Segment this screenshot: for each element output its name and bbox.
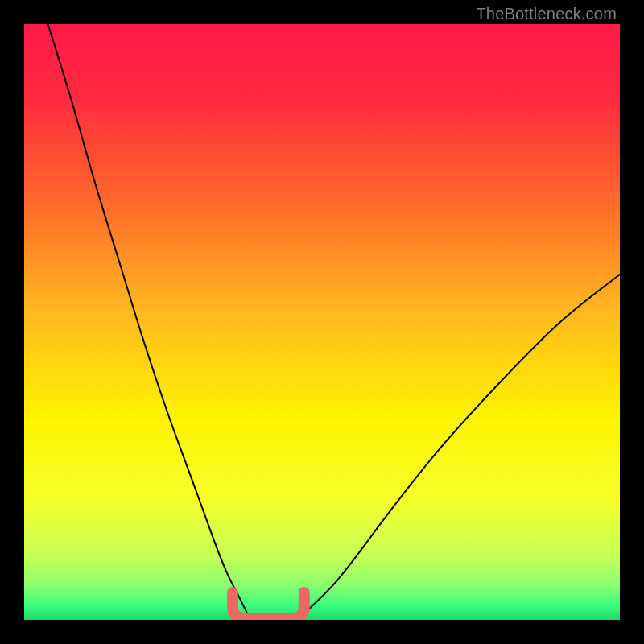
chart-stage: TheBottleneck.com [0, 0, 644, 644]
series-left-limb [48, 24, 251, 620]
bottom-dot-left [227, 587, 238, 598]
curve-layer [24, 24, 620, 620]
series-right-limb [298, 275, 620, 620]
bottom-dot-right [299, 587, 310, 598]
plot-area [24, 24, 620, 620]
watermark-text: TheBottleneck.com [476, 5, 617, 23]
